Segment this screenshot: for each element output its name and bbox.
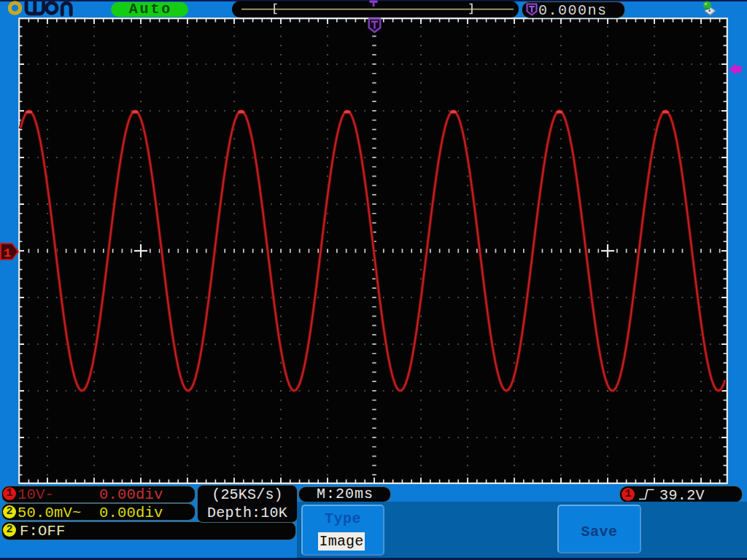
svg-text:1: 1 bbox=[4, 246, 11, 260]
